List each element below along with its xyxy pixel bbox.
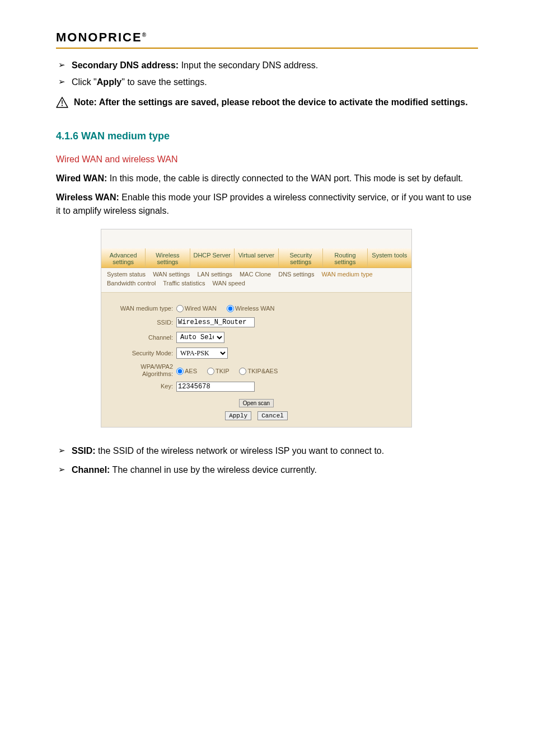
- subnav-bandwidth[interactable]: Bandwidth control: [107, 280, 156, 287]
- subnav-wan-settings[interactable]: WAN settings: [153, 271, 190, 278]
- label-ssid: SSID:: [109, 318, 176, 327]
- label-channel: Channel:: [109, 333, 176, 342]
- radio-label: TKIP&AES: [247, 367, 278, 376]
- radio-label: Wired WAN: [185, 304, 217, 313]
- tab-security[interactable]: Security settings: [279, 248, 323, 267]
- tab-wireless[interactable]: Wireless settings: [146, 248, 190, 267]
- bullet-list-bottom: SSID: the SSID of the wireless network o…: [56, 444, 478, 477]
- open-scan-button[interactable]: Open scan: [239, 399, 274, 407]
- radio-tkipaes[interactable]: [239, 368, 246, 375]
- note-text: Note: After the settings are saved, plea…: [74, 96, 468, 109]
- warning-icon: [56, 96, 69, 112]
- radio-label: AES: [185, 367, 197, 376]
- subnav-system-status[interactable]: System status: [107, 271, 146, 278]
- list-item: Click "Apply" to save the settings.: [56, 76, 478, 89]
- radio-wireless-wan[interactable]: [227, 305, 234, 312]
- sub-nav: System status WAN settings LAN settings …: [101, 268, 411, 292]
- note-block: Note: After the settings are saved, plea…: [56, 96, 478, 112]
- tab-advanced[interactable]: Advanced settings: [101, 248, 146, 267]
- brand-logo: MONOPRICE®: [56, 30, 147, 44]
- label-medium-type: WAN medium type:: [109, 304, 176, 313]
- list-item: Channel: The channel in use by the wirel…: [56, 463, 478, 477]
- router-screenshot: Advanced settings Wireless settings DHCP…: [101, 229, 412, 428]
- subnav-mac-clone[interactable]: MAC Clone: [240, 271, 271, 278]
- label-key: Key:: [109, 382, 176, 391]
- bullet-list-top: Secondary DNS address: Input the seconda…: [56, 59, 478, 89]
- radio-wired-wan[interactable]: [176, 305, 184, 312]
- subnav-lan-settings[interactable]: LAN settings: [197, 271, 232, 278]
- radio-label: TKIP: [216, 367, 229, 376]
- tab-virtual[interactable]: Virtual server: [235, 248, 279, 267]
- security-select[interactable]: WPA-PSK: [176, 348, 228, 359]
- subnav-wan-medium[interactable]: WAN medium type: [321, 271, 372, 278]
- subnav-wan-speed[interactable]: WAN speed: [213, 280, 245, 287]
- channel-select[interactable]: Auto Select: [176, 332, 224, 343]
- subnav-traffic[interactable]: Traffic statistics: [163, 280, 205, 287]
- tab-dhcp[interactable]: DHCP Server: [190, 248, 235, 267]
- paragraph: Wireless WAN: Enable this mode your ISP …: [56, 191, 478, 218]
- label-security: Security Mode:: [109, 349, 176, 358]
- label-algorithm: WPA/WPA2 Algorithms:: [109, 363, 176, 377]
- paragraph-link: Wired WAN and wireless WAN: [56, 153, 478, 166]
- list-item: SSID: the SSID of the wireless network o…: [56, 444, 478, 458]
- svg-point-1: [62, 105, 63, 106]
- key-input[interactable]: [176, 382, 255, 392]
- tab-routing[interactable]: Routing settings: [323, 248, 367, 267]
- list-item: Secondary DNS address: Input the seconda…: [56, 59, 478, 72]
- header-bar: MONOPRICE®: [56, 28, 478, 49]
- radio-aes[interactable]: [176, 368, 184, 375]
- cancel-button[interactable]: Cancel: [257, 411, 288, 420]
- radio-tkip[interactable]: [207, 368, 214, 375]
- section-heading: 4.1.6 WAN medium type: [56, 129, 478, 144]
- tab-system[interactable]: System tools: [368, 248, 411, 267]
- ssid-input[interactable]: [176, 317, 255, 327]
- form-panel: WAN medium type: Wired WAN Wireless WAN …: [101, 292, 411, 427]
- paragraph: Wired WAN: In this mode, the cable is di…: [56, 172, 478, 185]
- subnav-dns-settings[interactable]: DNS settings: [278, 271, 314, 278]
- radio-label: Wireless WAN: [235, 304, 274, 313]
- main-tabs: Advanced settings Wireless settings DHCP…: [101, 248, 411, 268]
- apply-button[interactable]: Apply: [225, 411, 251, 420]
